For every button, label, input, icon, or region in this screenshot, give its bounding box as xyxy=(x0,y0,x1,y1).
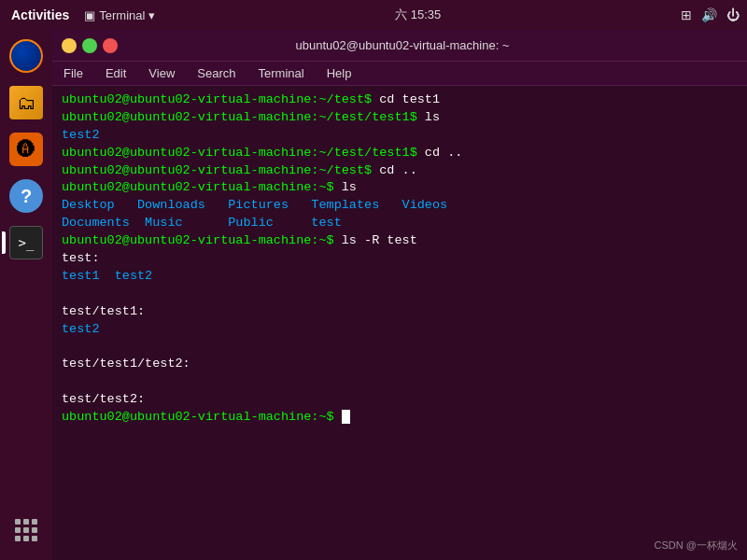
terminal-line: test2 xyxy=(62,127,738,145)
terminal-line: ubuntu02@ubuntu02-virtual-machine:~/test… xyxy=(62,91,738,109)
terminal-line: test: xyxy=(62,250,738,268)
terminal-line: test1 test2 xyxy=(62,268,738,286)
files-icon: 🗂 xyxy=(9,86,43,119)
minimize-button[interactable] xyxy=(62,38,77,53)
terminal-line: ubuntu02@ubuntu02-virtual-machine:~/test… xyxy=(62,145,738,162)
terminal-window-icon: ▣ xyxy=(84,8,95,22)
terminal-line: ubuntu02@ubuntu02-virtual-machine:~/test… xyxy=(62,162,738,180)
terminal-line: ubuntu02@ubuntu02-virtual-machine:~$ ls … xyxy=(62,232,738,250)
close-button[interactable] xyxy=(103,38,118,53)
terminal-line: Documents Music Public test xyxy=(62,215,738,232)
activities-button[interactable]: Activities xyxy=(7,7,73,22)
firefox-icon xyxy=(9,39,43,73)
sidebar: 🗂 🅐 ? >_ xyxy=(0,30,52,560)
sidebar-item-terminal[interactable]: >_ xyxy=(6,222,47,263)
menu-file[interactable]: File xyxy=(60,64,87,82)
topbar-right: ⊞ 🔊 ⏻ xyxy=(681,7,740,22)
store-icon: 🅐 xyxy=(9,133,43,166)
volume-icon[interactable]: 🔊 xyxy=(701,7,717,22)
help-icon: ? xyxy=(9,179,43,213)
topbar: Activities ▣ Terminal ▾ 六 15:35 ⊞ 🔊 ⏻ xyxy=(0,0,747,30)
apps-grid-button[interactable] xyxy=(6,510,47,551)
maximize-button[interactable] xyxy=(82,38,97,53)
sidebar-item-help[interactable]: ? xyxy=(6,175,47,217)
network-icon[interactable]: ⊞ xyxy=(681,7,692,22)
terminal-dropdown-icon[interactable]: ▾ xyxy=(148,8,155,22)
sidebar-item-files[interactable]: 🗂 xyxy=(6,82,47,123)
terminal-line: test/test2: xyxy=(62,391,738,409)
menu-help[interactable]: Help xyxy=(323,64,356,82)
terminal-line: test2 xyxy=(62,321,738,339)
terminal-line: ubuntu02@ubuntu02-virtual-machine:~$ ls xyxy=(62,179,738,197)
terminal-current-line: ubuntu02@ubuntu02-virtual-machine:~$ xyxy=(62,409,738,427)
terminal-line xyxy=(62,338,738,356)
topbar-left: Activities ▣ Terminal ▾ xyxy=(7,7,155,22)
window-title: ubuntu02@ubuntu02-virtual-machine: ~ xyxy=(118,38,687,52)
terminal-indicator[interactable]: ▣ Terminal ▾ xyxy=(84,8,155,22)
watermark: CSDN @一杯烟火 xyxy=(655,539,738,553)
terminal-line xyxy=(62,286,738,303)
terminal-window-label: Terminal xyxy=(99,8,145,22)
terminal-line: test/test1: xyxy=(62,303,738,321)
menu-search[interactable]: Search xyxy=(193,64,239,82)
menu-terminal[interactable]: Terminal xyxy=(255,64,308,82)
terminal-line: ubuntu02@ubuntu02-virtual-machine:~/test… xyxy=(62,109,738,127)
terminal-titlebar: ubuntu02@ubuntu02-virtual-machine: ~ xyxy=(52,30,747,62)
window-controls xyxy=(62,38,118,53)
terminal-line xyxy=(62,373,738,391)
terminal-icon: >_ xyxy=(9,226,43,259)
terminal-menubar: File Edit View Search Terminal Help xyxy=(52,62,747,86)
menu-edit[interactable]: Edit xyxy=(102,64,130,82)
terminal-line: test/test1/test2: xyxy=(62,356,738,373)
terminal-window: ubuntu02@ubuntu02-virtual-machine: ~ Fil… xyxy=(52,30,747,560)
topbar-datetime: 六 15:35 xyxy=(395,7,441,23)
terminal-cursor xyxy=(342,410,350,424)
menu-view[interactable]: View xyxy=(145,64,178,82)
power-icon[interactable]: ⏻ xyxy=(726,7,740,22)
sidebar-item-store[interactable]: 🅐 xyxy=(6,129,47,170)
grid-dots xyxy=(15,519,37,541)
sidebar-item-firefox[interactable] xyxy=(6,35,47,77)
terminal-line: Desktop Downloads Pictures Templates Vid… xyxy=(62,197,738,215)
terminal-content[interactable]: ubuntu02@ubuntu02-virtual-machine:~/test… xyxy=(52,86,747,560)
